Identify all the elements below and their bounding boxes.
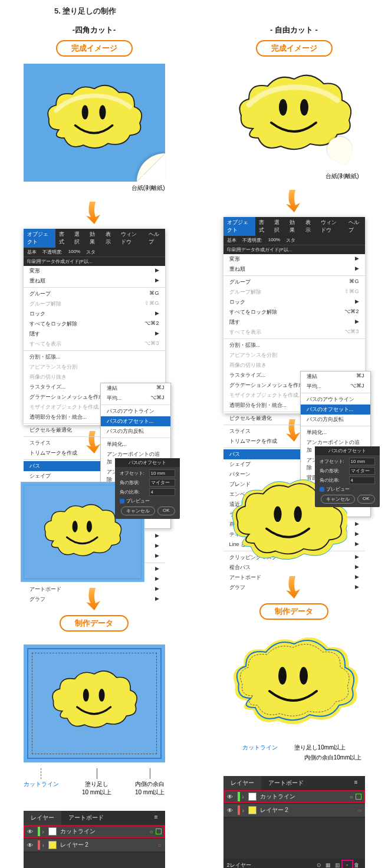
submenu-item[interactable]: パスのオフセット... bbox=[301, 405, 370, 415]
menu-help[interactable]: ヘルプ bbox=[345, 217, 364, 236]
visibility-icon[interactable]: 👁 bbox=[227, 807, 235, 814]
menu-item[interactable]: グループ⌘G bbox=[24, 289, 165, 299]
menu-item[interactable]: グラフ▶ bbox=[24, 594, 165, 604]
menu-item[interactable]: グループ解除⇧⌘G bbox=[223, 287, 365, 297]
menubar[interactable]: オブジェクト 書式 選択 効果 表示 ウィンドウ ヘルプ bbox=[223, 217, 365, 236]
menu-item[interactable]: 画像の切り抜き bbox=[24, 372, 165, 382]
object-dropdown: 変形▶重ね順▶グループ⌘Gグループ解除⇧⌘Gロック▶すべてをロック解除⌥⌘2隠す… bbox=[24, 266, 165, 425]
submenu-item[interactable]: 平均...⌥⌘J bbox=[101, 393, 170, 403]
delete-icon[interactable]: 🗑 bbox=[352, 861, 361, 868]
menu-select[interactable]: 選択 bbox=[71, 229, 86, 248]
menu-item[interactable]: すべてを表示⌥⌘3 bbox=[24, 339, 165, 349]
submenu-item[interactable]: 単純化... bbox=[301, 428, 370, 438]
cancel-button[interactable]: キャンセル bbox=[321, 495, 355, 504]
tab-artboards[interactable]: アートボード bbox=[61, 811, 111, 825]
menubar[interactable]: オブジェクト 書式 選択 効果 表示 ウィンドウ ヘルプ bbox=[24, 229, 165, 248]
panel-menu-icon[interactable]: ≡ bbox=[347, 776, 365, 790]
menu-item[interactable]: すべてをロック解除⌥⌘2 bbox=[223, 307, 365, 317]
menu-item[interactable]: 隠す▶ bbox=[24, 329, 165, 339]
menu-effect[interactable]: 効果 bbox=[86, 229, 101, 248]
miter-input[interactable] bbox=[149, 488, 175, 496]
menu-type[interactable]: 書式 bbox=[55, 229, 71, 248]
column-square-cut: -四角カット- 完成イメージ 台紙(剥離紙) オブジェクト 書式 bbox=[12, 25, 176, 868]
menu-item[interactable]: グラフ▶ bbox=[223, 583, 365, 593]
offset-input[interactable] bbox=[149, 469, 175, 477]
preview-checkbox[interactable] bbox=[320, 487, 324, 492]
submenu-item[interactable]: パスのアウトライン bbox=[301, 394, 370, 405]
submenu-item[interactable]: パスの方向反転 bbox=[301, 415, 370, 425]
menu-type[interactable]: 書式 bbox=[255, 217, 271, 236]
submenu-item[interactable]: 単純化... bbox=[101, 439, 170, 449]
menu-item[interactable]: 隠す▶ bbox=[223, 317, 365, 327]
menu-view[interactable]: 表示 bbox=[302, 217, 317, 236]
join-select[interactable] bbox=[349, 467, 375, 475]
menu-effect[interactable]: 効果 bbox=[286, 217, 301, 236]
svg-point-11 bbox=[300, 667, 308, 685]
preview-checkbox[interactable] bbox=[120, 499, 124, 504]
arrow-down-icon bbox=[284, 189, 305, 212]
menu-window[interactable]: ウィンドウ bbox=[317, 217, 345, 236]
menu-item[interactable]: グループ⌘G bbox=[223, 277, 365, 287]
doc-tab[interactable]: 印刷用データ作成ガイド(P以... bbox=[223, 245, 365, 254]
menu-item[interactable]: 変形▶ bbox=[223, 254, 365, 264]
menu-item[interactable]: アピアランスを分割 bbox=[24, 362, 165, 372]
miter-input[interactable] bbox=[349, 476, 375, 484]
menu-item[interactable]: ロック▶ bbox=[24, 309, 165, 319]
step-title: 5. 塗り足しの制作 bbox=[54, 6, 388, 17]
layer-row-cutline[interactable]: 👁 › カットライン ○ bbox=[24, 825, 165, 839]
layers-tabs[interactable]: レイヤー アートボード ≡ bbox=[24, 811, 165, 825]
menu-item[interactable]: 分割・拡張... bbox=[223, 340, 365, 350]
menu-item[interactable]: すべてをロック解除⌥⌘2 bbox=[24, 319, 165, 329]
menu-object[interactable]: オブジェクト bbox=[223, 217, 256, 236]
menu-item[interactable]: すべてを表示⌥⌘3 bbox=[223, 327, 365, 337]
locate-icon[interactable]: ⊙ bbox=[314, 861, 324, 868]
menu-window[interactable]: ウィンドウ bbox=[117, 229, 145, 248]
ok-button[interactable]: OK bbox=[357, 495, 375, 504]
menu-item[interactable]: アピアランスを分割 bbox=[223, 350, 365, 360]
annotation-labels-right: カットライン 塗り足し10mm以上 内側の余白10mm以上 bbox=[226, 744, 362, 762]
submenu-item[interactable]: 連結⌘J bbox=[301, 371, 370, 382]
menu-item[interactable]: アートボード▶ bbox=[24, 584, 165, 594]
tab-layers[interactable]: レイヤー bbox=[24, 811, 61, 825]
submenu-item[interactable]: 平均...⌥⌘J bbox=[301, 382, 370, 392]
production-free bbox=[226, 633, 362, 739]
menu-item[interactable]: アートボード▶ bbox=[223, 573, 365, 583]
menu-item[interactable]: 画像の切り抜き bbox=[223, 360, 365, 370]
menu-item[interactable]: 重ね順▶ bbox=[223, 264, 365, 274]
menu-item[interactable]: 変形▶ bbox=[24, 266, 165, 276]
ok-button[interactable]: OK bbox=[157, 507, 175, 515]
join-select[interactable] bbox=[149, 479, 175, 486]
submenu-item[interactable]: パスの方向反転 bbox=[101, 426, 170, 436]
cancel-button[interactable]: キャンセル bbox=[121, 507, 155, 515]
mask-icon[interactable]: ▦ bbox=[324, 861, 333, 868]
layers-panel-left: レイヤー アートボード ≡ 👁 › カットライン ○ 👁 › bbox=[24, 811, 165, 868]
menu-help[interactable]: ヘルプ bbox=[145, 229, 165, 248]
submenu-item[interactable]: パスのオフセット... bbox=[101, 416, 170, 426]
submenu-item[interactable]: パスのアウトライン bbox=[101, 406, 170, 416]
menu-item[interactable]: ロック▶ bbox=[223, 297, 365, 307]
visibility-icon[interactable]: 👁 bbox=[227, 794, 235, 800]
tab-layers[interactable]: レイヤー bbox=[223, 776, 261, 790]
layer-row-2[interactable]: 👁 › レイヤー 2 ○ bbox=[223, 804, 365, 817]
cloud-face-illustration bbox=[47, 667, 142, 736]
offset-input[interactable] bbox=[349, 458, 375, 465]
path-offset-dialog: パスのオフセット オフセット: 角の形状: 角の比率: プレビュー キャンセルO… bbox=[115, 458, 180, 519]
menu-select[interactable]: 選択 bbox=[271, 217, 286, 236]
layer-row-cutline[interactable]: 👁 › カットライン ○ bbox=[223, 790, 365, 804]
tab-artboards[interactable]: アートボード bbox=[261, 776, 311, 790]
sublayer-icon[interactable]: ▥ bbox=[333, 861, 343, 868]
doc-tab[interactable]: 印刷用データ作成ガイド(P以... bbox=[24, 257, 165, 266]
offset-preview-square: パスのオフセット オフセット: 角の形状: 角の比率: プレビュー キャンセルO… bbox=[21, 464, 168, 582]
layer-row-2[interactable]: 👁 › レイヤー 2 ○ bbox=[24, 839, 165, 852]
cloud-with-cutline bbox=[229, 636, 359, 736]
menu-view[interactable]: 表示 bbox=[102, 229, 117, 248]
menu-item[interactable]: 分割・拡張... bbox=[24, 352, 165, 362]
menu-object[interactable]: オブジェクト bbox=[24, 229, 56, 248]
new-layer-icon[interactable]: ▫ bbox=[343, 861, 352, 868]
visibility-icon[interactable]: 👁 bbox=[27, 842, 35, 849]
panel-menu-icon[interactable]: ≡ bbox=[147, 811, 165, 825]
menu-item[interactable]: 重ね順▶ bbox=[24, 276, 165, 286]
menu-item[interactable]: グループ解除⇧⌘G bbox=[24, 299, 165, 309]
visibility-icon[interactable]: 👁 bbox=[27, 828, 35, 835]
submenu-item[interactable]: 連結⌘J bbox=[101, 383, 170, 393]
